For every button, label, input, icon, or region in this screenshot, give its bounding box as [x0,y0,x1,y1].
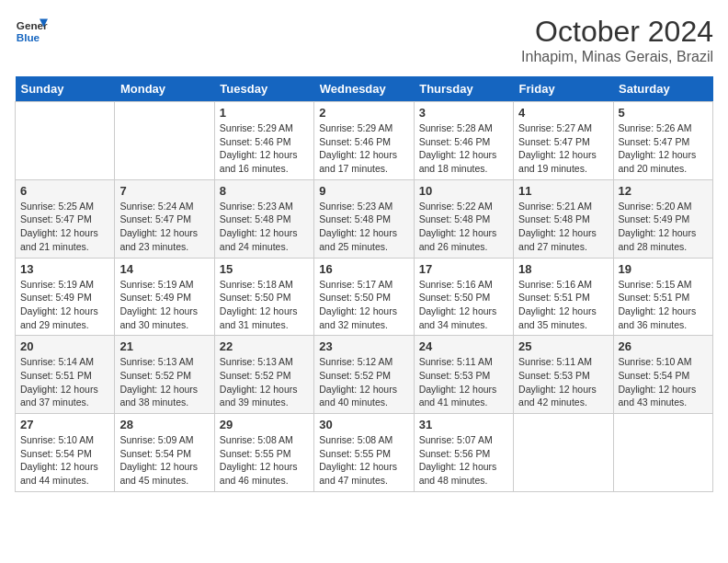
calendar-cell: 26Sunrise: 5:10 AMSunset: 5:54 PMDayligh… [613,336,712,414]
day-number: 20 [20,339,109,353]
calendar-cell: 5Sunrise: 5:26 AMSunset: 5:47 PMDaylight… [613,102,712,180]
day-info: Sunrise: 5:24 AMSunset: 5:47 PMDaylight:… [119,200,209,254]
day-info: Sunrise: 5:09 AMSunset: 5:54 PMDaylight:… [119,433,209,488]
calendar-cell: 6Sunrise: 5:25 AMSunset: 5:47 PMDaylight… [16,179,115,258]
day-info: Sunrise: 5:22 AMSunset: 5:48 PMDaylight:… [419,200,508,254]
calendar-cell: 3Sunrise: 5:28 AMSunset: 5:46 PMDaylight… [414,102,513,180]
calendar-cell: 21Sunrise: 5:13 AMSunset: 5:52 PMDayligh… [115,336,214,414]
calendar-cell: 9Sunrise: 5:23 AMSunset: 5:48 PMDaylight… [314,179,414,258]
calendar-cell: 19Sunrise: 5:15 AMSunset: 5:51 PMDayligh… [613,258,712,336]
col-header-monday: Monday [115,76,214,102]
calendar-cell: 24Sunrise: 5:11 AMSunset: 5:53 PMDayligh… [414,336,513,414]
day-number: 1 [220,106,309,120]
logo: General Blue [15,15,48,48]
day-info: Sunrise: 5:29 AMSunset: 5:46 PMDaylight:… [319,121,408,176]
calendar-cell: 13Sunrise: 5:19 AMSunset: 5:49 PMDayligh… [16,258,115,336]
calendar-cell [514,414,613,492]
title-block: October 2024 Inhapim, Minas Gerais, Braz… [521,15,713,65]
day-number: 28 [119,418,209,431]
calendar-cell: 12Sunrise: 5:20 AMSunset: 5:49 PMDayligh… [613,179,712,258]
day-number: 15 [220,262,309,276]
calendar-week-row: 1Sunrise: 5:29 AMSunset: 5:46 PMDaylight… [16,102,713,180]
day-info: Sunrise: 5:17 AMSunset: 5:50 PMDaylight:… [319,278,408,332]
day-info: Sunrise: 5:28 AMSunset: 5:46 PMDaylight:… [419,121,508,176]
calendar-cell: 31Sunrise: 5:07 AMSunset: 5:56 PMDayligh… [414,414,513,492]
col-header-tuesday: Tuesday [214,76,313,102]
day-number: 22 [220,339,309,353]
day-number: 10 [419,184,508,198]
day-number: 11 [518,184,608,198]
day-info: Sunrise: 5:08 AMSunset: 5:55 PMDaylight:… [319,433,408,488]
day-info: Sunrise: 5:15 AMSunset: 5:51 PMDaylight:… [619,278,708,332]
day-number: 3 [419,106,508,120]
calendar-week-row: 20Sunrise: 5:14 AMSunset: 5:51 PMDayligh… [16,336,713,414]
day-info: Sunrise: 5:27 AMSunset: 5:47 PMDaylight:… [518,121,608,176]
day-number: 19 [619,262,708,276]
calendar-header-row: SundayMondayTuesdayWednesdayThursdayFrid… [16,76,713,102]
page-header: General Blue October 2024 Inhapim, Minas… [15,15,713,65]
day-info: Sunrise: 5:13 AMSunset: 5:52 PMDaylight:… [220,355,309,409]
day-number: 18 [518,262,608,276]
calendar-cell: 1Sunrise: 5:29 AMSunset: 5:46 PMDaylight… [214,102,313,180]
calendar-cell: 10Sunrise: 5:22 AMSunset: 5:48 PMDayligh… [414,179,513,258]
day-info: Sunrise: 5:19 AMSunset: 5:49 PMDaylight:… [119,278,209,332]
calendar-week-row: 27Sunrise: 5:10 AMSunset: 5:54 PMDayligh… [16,414,713,492]
svg-text:Blue: Blue [17,31,40,43]
day-number: 13 [20,262,109,276]
day-number: 27 [20,418,109,431]
day-info: Sunrise: 5:19 AMSunset: 5:49 PMDaylight:… [20,278,109,332]
col-header-wednesday: Wednesday [314,76,414,102]
day-info: Sunrise: 5:11 AMSunset: 5:53 PMDaylight:… [419,355,508,409]
day-number: 2 [319,106,408,120]
day-info: Sunrise: 5:18 AMSunset: 5:50 PMDaylight:… [220,278,309,332]
day-info: Sunrise: 5:10 AMSunset: 5:54 PMDaylight:… [619,355,708,409]
calendar-cell: 17Sunrise: 5:16 AMSunset: 5:50 PMDayligh… [414,258,513,336]
location-title: Inhapim, Minas Gerais, Brazil [521,49,713,65]
day-number: 14 [119,262,209,276]
month-title: October 2024 [521,15,713,49]
calendar-cell: 7Sunrise: 5:24 AMSunset: 5:47 PMDaylight… [115,179,214,258]
day-number: 30 [319,418,408,431]
calendar-cell: 29Sunrise: 5:08 AMSunset: 5:55 PMDayligh… [214,414,313,492]
calendar-cell: 30Sunrise: 5:08 AMSunset: 5:55 PMDayligh… [314,414,414,492]
calendar-cell: 16Sunrise: 5:17 AMSunset: 5:50 PMDayligh… [314,258,414,336]
day-number: 9 [319,184,408,198]
day-number: 17 [419,262,508,276]
day-info: Sunrise: 5:08 AMSunset: 5:55 PMDaylight:… [220,433,309,488]
day-number: 23 [319,339,408,353]
day-info: Sunrise: 5:23 AMSunset: 5:48 PMDaylight:… [319,200,408,254]
calendar-week-row: 13Sunrise: 5:19 AMSunset: 5:49 PMDayligh… [16,258,713,336]
calendar-cell: 2Sunrise: 5:29 AMSunset: 5:46 PMDaylight… [314,102,414,180]
col-header-saturday: Saturday [613,76,712,102]
day-number: 5 [619,106,708,120]
day-info: Sunrise: 5:13 AMSunset: 5:52 PMDaylight:… [119,355,209,409]
day-number: 6 [20,184,109,198]
calendar-cell: 8Sunrise: 5:23 AMSunset: 5:48 PMDaylight… [214,179,313,258]
calendar-cell [16,102,115,180]
day-number: 16 [319,262,408,276]
day-number: 21 [119,339,209,353]
col-header-sunday: Sunday [16,76,115,102]
calendar-cell: 27Sunrise: 5:10 AMSunset: 5:54 PMDayligh… [16,414,115,492]
day-info: Sunrise: 5:23 AMSunset: 5:48 PMDaylight:… [220,200,309,254]
calendar-week-row: 6Sunrise: 5:25 AMSunset: 5:47 PMDaylight… [16,179,713,258]
day-info: Sunrise: 5:11 AMSunset: 5:53 PMDaylight:… [518,355,608,409]
day-info: Sunrise: 5:07 AMSunset: 5:56 PMDaylight:… [419,433,508,488]
calendar-cell [115,102,214,180]
day-info: Sunrise: 5:10 AMSunset: 5:54 PMDaylight:… [20,433,109,488]
calendar-table: SundayMondayTuesdayWednesdayThursdayFrid… [15,76,713,492]
calendar-cell: 14Sunrise: 5:19 AMSunset: 5:49 PMDayligh… [115,258,214,336]
day-info: Sunrise: 5:25 AMSunset: 5:47 PMDaylight:… [20,200,109,254]
day-info: Sunrise: 5:26 AMSunset: 5:47 PMDaylight:… [619,121,708,176]
day-number: 26 [619,339,708,353]
day-number: 12 [619,184,708,198]
day-info: Sunrise: 5:16 AMSunset: 5:51 PMDaylight:… [518,278,608,332]
day-number: 29 [220,418,309,431]
calendar-cell: 11Sunrise: 5:21 AMSunset: 5:48 PMDayligh… [514,179,613,258]
col-header-thursday: Thursday [414,76,513,102]
day-info: Sunrise: 5:21 AMSunset: 5:48 PMDaylight:… [518,200,608,254]
day-info: Sunrise: 5:16 AMSunset: 5:50 PMDaylight:… [419,278,508,332]
calendar-cell: 25Sunrise: 5:11 AMSunset: 5:53 PMDayligh… [514,336,613,414]
calendar-cell: 15Sunrise: 5:18 AMSunset: 5:50 PMDayligh… [214,258,313,336]
calendar-cell: 18Sunrise: 5:16 AMSunset: 5:51 PMDayligh… [514,258,613,336]
